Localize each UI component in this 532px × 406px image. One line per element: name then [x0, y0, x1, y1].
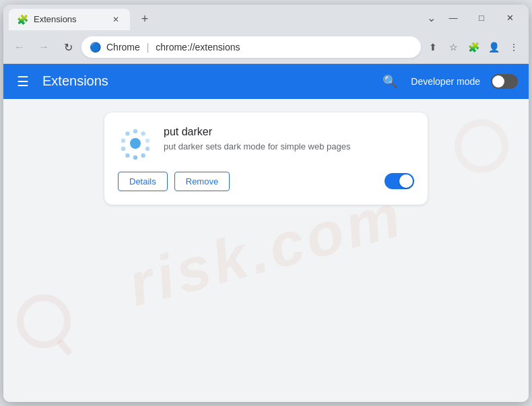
url-path: chrome://extensions	[156, 42, 240, 53]
active-tab[interactable]: 🧩 Extensions ✕	[9, 9, 130, 30]
extension-name: put darker	[164, 126, 414, 138]
svg-point-7	[121, 146, 125, 150]
maximize-button[interactable]: □	[468, 7, 495, 29]
hamburger-menu-icon[interactable]: ☰	[14, 71, 32, 92]
url-host: Chrome	[106, 42, 140, 53]
svg-point-0	[133, 129, 137, 133]
menu-button[interactable]: ⋮	[504, 38, 523, 57]
search-icon[interactable]: 🔍	[380, 71, 400, 92]
browser-window: 🧩 Extensions ✕ + ⌄ — □ ✕ ← → ↻ 🔵 Chrome …	[3, 5, 529, 402]
remove-button[interactable]: Remove	[174, 172, 230, 191]
back-button[interactable]: ←	[9, 36, 30, 58]
page-title: Extensions	[42, 73, 369, 89]
tab-extension-icon: 🧩	[17, 14, 28, 25]
title-bar: 🧩 Extensions ✕ + ⌄ — □ ✕	[3, 5, 529, 32]
forward-button[interactable]: →	[33, 36, 55, 58]
svg-point-9	[125, 131, 129, 135]
window-controls: ⌄ — □ ✕	[427, 7, 523, 29]
new-tab-button[interactable]: +	[135, 10, 154, 29]
svg-point-8	[121, 138, 125, 142]
extension-card-footer: Details Remove	[118, 172, 414, 191]
svg-point-2	[145, 138, 149, 142]
main-content: risk.com	[3, 99, 529, 402]
svg-point-3	[145, 146, 149, 150]
extension-info: put darker put darker sets dark mode for…	[164, 126, 414, 153]
extension-card-header: put darker put darker sets dark mode for…	[118, 126, 414, 161]
extensions-header: ☰ Extensions 🔍 Developer mode	[3, 64, 529, 99]
svg-point-6	[125, 153, 129, 157]
svg-point-4	[141, 153, 145, 157]
svg-point-1	[141, 131, 145, 135]
minimize-button[interactable]: —	[440, 7, 467, 29]
refresh-button[interactable]: ↻	[57, 36, 79, 58]
extension-enable-toggle[interactable]	[385, 173, 414, 189]
secure-icon: 🔵	[90, 42, 101, 53]
tab-label: Extensions	[34, 14, 104, 24]
close-button[interactable]: ✕	[496, 7, 523, 29]
extension-icon	[118, 126, 153, 161]
url-text: Chrome | chrome://extensions	[106, 42, 413, 53]
bookmark-button[interactable]: ☆	[444, 38, 463, 57]
svg-point-5	[133, 155, 137, 159]
profile-button[interactable]: 👤	[484, 38, 503, 57]
chevron-down-icon: ⌄	[427, 11, 436, 24]
extension-card: put darker put darker sets dark mode for…	[104, 112, 428, 205]
svg-point-10	[130, 138, 141, 149]
extension-description: put darker sets dark mode for simple web…	[164, 141, 414, 153]
extensions-button[interactable]: 🧩	[464, 38, 483, 57]
toolbar-right: ⬆ ☆ 🧩 👤 ⋮	[424, 38, 523, 57]
url-bar[interactable]: 🔵 Chrome | chrome://extensions	[81, 36, 421, 58]
address-bar: ← → ↻ 🔵 Chrome | chrome://extensions ⬆ ☆…	[3, 32, 529, 64]
developer-mode-label: Developer mode	[411, 76, 480, 87]
share-button[interactable]: ⬆	[424, 38, 442, 57]
url-separator: |	[147, 42, 149, 53]
details-button[interactable]: Details	[118, 172, 168, 191]
tab-close-button[interactable]: ✕	[110, 13, 122, 26]
developer-mode-toggle[interactable]	[491, 74, 518, 89]
